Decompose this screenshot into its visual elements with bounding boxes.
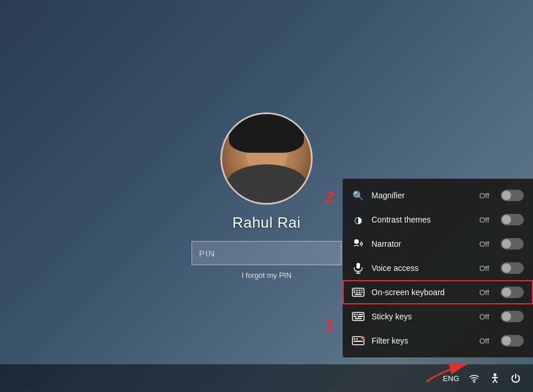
keyboard-icon [352,286,365,299]
contrast-icon: ◑ [352,213,365,226]
filter-label: Filter keys [371,336,472,345]
keyboard-label: On-screen keyboard [371,288,472,297]
magnifier-icon: 🔍 [352,189,365,202]
accessibility-sticky[interactable]: Sticky keys Off [343,304,533,329]
magnifier-status: Off [479,191,489,200]
voice-toggle[interactable] [501,262,524,274]
avatar-hair [229,112,304,153]
narrator-icon [352,238,365,250]
annotation-2: 2 [325,188,334,206]
svg-rect-1 [356,263,360,269]
sticky-toggle[interactable] [501,311,524,322]
svg-rect-13 [355,294,362,295]
contrast-toggle[interactable] [501,214,524,225]
svg-rect-5 [354,290,355,291]
accessibility-voice[interactable]: Voice access Off [343,256,533,280]
accessibility-keyboard[interactable]: On-screen keyboard Off [343,280,533,304]
svg-rect-9 [354,292,355,293]
filter-toggle[interactable] [501,335,524,346]
magnifier-toggle[interactable] [501,190,524,201]
forgot-pin-link[interactable]: I forgot my PIN [242,271,292,280]
sticky-label: Sticky keys [371,312,472,321]
user-name: Rahul Rai [232,214,301,232]
narrator-label: Narrator [371,239,472,248]
accessibility-contrast[interactable]: ◑ Contrast themes Off [343,208,533,232]
svg-rect-12 [362,292,363,293]
svg-rect-24 [354,341,363,342]
sticky-status: Off [479,312,489,321]
filter-status: Off [479,337,489,345]
svg-rect-15 [354,314,355,315]
svg-rect-22 [354,338,355,340]
svg-rect-19 [358,316,363,317]
svg-rect-23 [356,338,358,340]
accessibility-taskbar-icon[interactable] [489,372,501,384]
svg-rect-18 [354,316,356,317]
pin-container: I forgot my PIN [192,241,341,280]
keyboard-toggle[interactable] [501,287,524,298]
svg-rect-8 [362,290,363,291]
contrast-label: Contrast themes [371,215,472,224]
svg-rect-7 [359,290,361,291]
keyboard-status: Off [479,288,489,297]
svg-line-34 [495,380,497,383]
annotation-1: 1 [325,316,334,334]
contrast-status: Off [479,216,489,224]
avatar-image [222,112,311,205]
svg-rect-10 [356,292,358,293]
svg-rect-17 [359,314,363,315]
magnifier-label: Magnifier [371,191,472,200]
narrator-toggle[interactable] [501,238,524,250]
svg-point-30 [494,374,497,376]
svg-rect-16 [356,314,358,315]
arrow-taskbar [421,353,478,387]
sticky-icon [352,310,365,323]
filter-icon [352,334,365,347]
svg-rect-6 [356,290,358,291]
svg-rect-20 [355,318,362,319]
accessibility-filter[interactable]: Filter keys Off [343,329,533,353]
svg-point-0 [354,239,359,244]
voice-icon [352,262,365,274]
svg-rect-11 [359,292,361,293]
voice-status: Off [479,264,489,273]
narrator-status: Off [479,240,489,248]
voice-label: Voice access [371,263,472,273]
accessibility-narrator[interactable]: Narrator Off [343,232,533,256]
pin-input[interactable] [192,241,341,265]
accessibility-panel: 🔍 Magnifier Off ◑ Contrast themes Off Na… [343,179,533,357]
power-icon[interactable] [510,372,521,384]
accessibility-magnifier[interactable]: 🔍 Magnifier Off [343,183,533,208]
avatar [220,112,313,205]
